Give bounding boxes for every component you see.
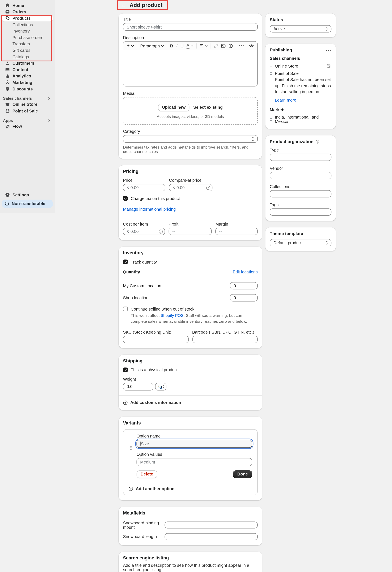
collections-input[interactable] [270, 190, 331, 197]
media-dropzone[interactable]: Upload new Select existing Accepts image… [123, 97, 258, 125]
continue-selling-row[interactable]: Continue selling when out of stock [123, 307, 258, 311]
banner-label: Non-transferable [12, 201, 45, 206]
snowboard-length-input[interactable] [165, 533, 258, 540]
done-button[interactable]: Done [233, 470, 252, 478]
option-value-input[interactable] [136, 458, 252, 466]
weight-unit-select[interactable]: kg [155, 383, 166, 391]
manage-international-pricing-link[interactable]: Manage international pricing [123, 207, 176, 211]
add-customs-information-button[interactable]: Add customs information [123, 400, 258, 405]
text-color-dropdown[interactable]: A [187, 43, 193, 48]
option-name-input[interactable]: Size [136, 440, 252, 448]
sidebar-item-content[interactable]: Content [2, 66, 53, 73]
add-another-option-button[interactable]: Add another option [128, 483, 252, 495]
sku-label: SKU (Stock Keeping Unit) [123, 330, 188, 334]
sidebar-item-point-of-sale[interactable]: Point of Sale [2, 108, 53, 114]
edit-locations-link[interactable]: Edit locations [233, 270, 258, 274]
link-button[interactable] [214, 44, 218, 48]
toolbar-divider [137, 43, 138, 48]
sidebar-item-collections[interactable]: Collections [2, 21, 53, 28]
help-icon[interactable]: ? [206, 186, 210, 190]
shopify-pos-link[interactable]: Shopify POS [160, 313, 184, 318]
sidebar-item-gift-cards[interactable]: Gift cards [2, 47, 53, 54]
title-label: Title [123, 17, 258, 22]
image-button[interactable] [221, 44, 226, 48]
track-quantity-checkbox[interactable] [123, 260, 128, 264]
physical-product-row[interactable]: This is a physical product [123, 367, 258, 372]
select-existing-button[interactable]: Select existing [193, 105, 223, 110]
shipping-heading: Shipping [123, 358, 258, 364]
sidebar-item-flow[interactable]: Flow [2, 123, 53, 130]
sidebar-item-settings[interactable]: Settings [2, 191, 53, 198]
schedule-icon[interactable] [327, 64, 331, 68]
sidebar-item-inventory[interactable]: Inventory [2, 28, 53, 34]
shop-location-qty-input[interactable] [230, 294, 258, 302]
sidebar-item-customers[interactable]: Customers [2, 60, 53, 66]
code-view-button[interactable]: </> [249, 44, 254, 48]
sku-input[interactable] [123, 336, 188, 343]
snowboard-binding-mount-input[interactable] [165, 522, 258, 529]
theme-template-value: Default product [273, 240, 302, 245]
charge-tax-checkbox[interactable] [123, 196, 128, 201]
sidebar-section-sales-channels[interactable]: Sales channels [2, 95, 53, 101]
back-arrow-icon[interactable]: ← [121, 2, 126, 7]
charge-tax-checkbox-row[interactable]: Charge tax on this product [123, 196, 258, 201]
status-select[interactable]: Active [270, 25, 331, 32]
text-caret [140, 442, 141, 446]
vendor-input[interactable] [270, 172, 331, 179]
sidebar-item-home[interactable]: Home [2, 2, 53, 9]
orders-icon [5, 9, 10, 14]
non-transferable-banner[interactable]: Non-transferable [2, 200, 53, 208]
paragraph-style-dropdown[interactable]: Paragraph [140, 44, 164, 48]
shopify-admin-app: Home Orders Products Collections Invento… [0, 0, 392, 572]
category-select[interactable] [123, 135, 258, 143]
sidebar-item-orders[interactable]: Orders [2, 9, 53, 15]
compare-at-price-input[interactable] [169, 184, 212, 191]
sidebar-item-label: Flow [12, 124, 22, 129]
sidebar-section-apps[interactable]: Apps [2, 117, 53, 123]
sidebar-item-marketing[interactable]: Marketing [2, 79, 53, 86]
page-header: ← Add product [117, 0, 392, 10]
italic-button[interactable]: I [176, 43, 177, 48]
sidebar-item-transfers[interactable]: Transfers [2, 41, 53, 47]
toolbar-divider [210, 43, 211, 48]
vendor-label: Vendor [270, 166, 331, 170]
more-options-button[interactable]: ••• [239, 44, 244, 48]
description-textarea[interactable] [123, 50, 257, 86]
video-button[interactable] [228, 44, 233, 48]
publishing-menu-button[interactable]: ••• [326, 48, 331, 52]
publishing-card: Publishing ••• Sales channels Online Sto… [265, 44, 336, 129]
continue-selling-checkbox[interactable] [123, 307, 128, 311]
my-custom-location-qty-input[interactable] [230, 282, 258, 289]
sidebar-item-analytics[interactable]: Analytics [2, 73, 53, 79]
upload-new-button[interactable]: Upload new [158, 103, 190, 111]
sidebar-item-discounts[interactable]: Discounts [2, 86, 53, 92]
track-quantity-row[interactable]: Track quantity [123, 260, 258, 264]
alignment-dropdown[interactable] [200, 44, 207, 48]
learn-more-link[interactable]: Learn more [275, 98, 296, 102]
margin-input[interactable] [215, 228, 258, 235]
title-input[interactable] [123, 23, 258, 31]
theme-template-select[interactable]: Default product [270, 239, 331, 246]
underline-button[interactable]: U [181, 44, 184, 48]
market-status-dot [270, 118, 272, 121]
sidebar-item-products[interactable]: Products [2, 15, 53, 22]
drag-handle[interactable] [128, 434, 133, 478]
sidebar-item-label: Discounts [12, 87, 33, 91]
customers-icon [5, 61, 10, 66]
barcode-input[interactable] [192, 336, 258, 343]
tags-input[interactable] [270, 208, 331, 216]
price-input[interactable] [123, 184, 165, 191]
sidebar-item-catalogs[interactable]: Catalogs [2, 53, 53, 60]
sidebar-item-purchase-orders[interactable]: Purchase orders [2, 34, 53, 41]
shipping-card: Shipping This is a physical product Weig… [119, 355, 262, 410]
ai-magic-button[interactable]: ✦ [127, 43, 134, 48]
delete-option-button[interactable]: Delete [136, 470, 157, 478]
type-input[interactable] [270, 154, 331, 161]
gear-icon [5, 192, 10, 197]
weight-input[interactable] [123, 383, 153, 391]
bold-button[interactable]: B [170, 43, 173, 48]
help-icon[interactable]: ? [159, 229, 163, 233]
physical-product-checkbox[interactable] [123, 367, 128, 372]
sidebar-item-online-store[interactable]: Online Store [2, 101, 53, 108]
profit-input[interactable] [169, 228, 212, 235]
